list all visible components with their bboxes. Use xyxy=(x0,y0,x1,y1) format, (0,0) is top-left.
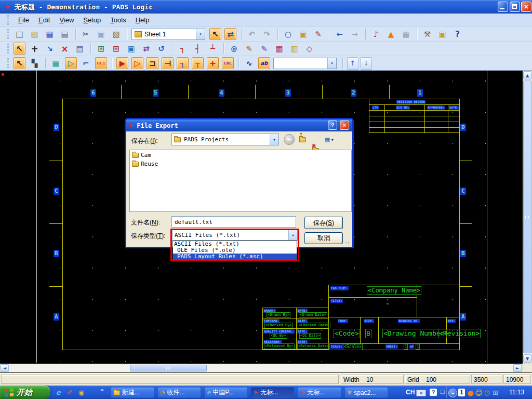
menu-view[interactable]: View xyxy=(55,15,78,25)
menu-tools[interactable]: Tools xyxy=(105,15,130,25)
move-up-button[interactable]: ↑ xyxy=(347,57,358,70)
taskbar-item-browser[interactable]: e中国P... xyxy=(204,387,248,398)
gate-symbol-button[interactable]: ▷ xyxy=(131,57,143,69)
open-file-button[interactable]: ▨ xyxy=(29,28,41,40)
chevron-down-icon[interactable]: ▼ xyxy=(270,134,278,145)
move-button[interactable]: + xyxy=(29,43,41,55)
taskbar-item-spac2[interactable]: ✾spac2... xyxy=(344,387,388,398)
restore-toolbar-icon[interactable]: ❏ xyxy=(440,389,445,395)
menu-setup[interactable]: Setup xyxy=(78,15,105,25)
board-view-button[interactable]: ▣ xyxy=(297,28,309,40)
wire-corner-button[interactable]: ┐ xyxy=(177,57,189,69)
revision-field[interactable]: <Revision> xyxy=(438,329,481,338)
menu-help[interactable]: Help xyxy=(131,15,154,25)
horizontal-scroll-thumb[interactable] xyxy=(130,365,207,371)
drawn-by-field[interactable]: <Drawn By> xyxy=(267,312,290,318)
chevron-down-icon[interactable]: ▼ xyxy=(327,58,336,69)
file-list-item[interactable]: Cam xyxy=(132,152,151,158)
qc-by-field[interactable]: <QC By> xyxy=(270,333,287,339)
help-button[interactable]: ? xyxy=(451,28,463,40)
add-part-tool-button[interactable]: ▦ xyxy=(50,57,62,69)
dialog-close-button[interactable]: × xyxy=(340,121,349,130)
spreadsheet-button[interactable]: ▦ xyxy=(400,28,412,40)
add-bus-button[interactable]: ┤ xyxy=(192,43,204,55)
select-button[interactable]: ↖ xyxy=(14,43,25,55)
checked-date-field[interactable]: <Checked Date> xyxy=(298,323,330,328)
language-indicator[interactable]: CH xyxy=(406,389,415,396)
add-connection-button[interactable]: ┐ xyxy=(177,43,189,55)
quick-launch-icon[interactable]: ✐ xyxy=(65,388,74,397)
start-button[interactable]: 开始 xyxy=(0,385,50,399)
tray-clock-icon[interactable]: ◷ xyxy=(483,389,491,396)
size-field[interactable]: B xyxy=(365,329,371,338)
off-page-symbol-button[interactable]: ▶ xyxy=(116,57,128,69)
released-by-field[interactable]: <Released By> xyxy=(264,343,295,349)
up-one-level-button[interactable]: ↑ xyxy=(297,134,308,145)
release-date-field[interactable]: <Release Date> xyxy=(297,343,330,349)
tee-junction-button[interactable]: ┬ xyxy=(192,57,204,69)
taskbar-item-pads-active[interactable]: ➤无标... xyxy=(251,387,295,398)
network-icon[interactable]: ⊞ xyxy=(491,389,499,396)
redraw-button[interactable]: ✎ xyxy=(312,28,324,40)
error-marker-button[interactable]: ▲ xyxy=(385,28,397,40)
tray-badge[interactable]: 1 xyxy=(458,389,466,396)
taskbar-item-new-folder[interactable]: 新建... xyxy=(111,387,154,398)
selection-filter-button[interactable]: ↖ xyxy=(209,28,221,40)
code-field[interactable]: <Code> xyxy=(334,329,360,338)
dialog-title-bar[interactable]: ➤ File Export xyxy=(126,119,352,131)
chevron-down-icon[interactable]: ▼ xyxy=(196,29,205,39)
previous-sheet-button[interactable]: ← xyxy=(334,28,345,40)
save-file-button[interactable]: ▦ xyxy=(44,28,56,40)
scroll-down-button[interactable]: ▼ xyxy=(523,354,531,363)
swap-gates-button[interactable]: ⇄ xyxy=(140,43,152,55)
hide-icons-button[interactable]: ◄ xyxy=(448,389,457,397)
taskbar-item-inbox[interactable]: ◔收件... xyxy=(157,387,201,398)
quick-launch-icon[interactable]: ◉ xyxy=(77,388,86,397)
net-name-combo[interactable]: ▼ xyxy=(273,58,337,69)
window-manager-button[interactable]: ▣ xyxy=(436,28,448,40)
select-gates-button[interactable]: ↖ xyxy=(14,57,25,69)
split-bus-button[interactable]: ┴ xyxy=(207,43,219,55)
back-button[interactable]: ← xyxy=(284,134,295,145)
help-tray-icon[interactable]: ? xyxy=(430,389,437,396)
connection-mode-button[interactable]: ⇄ xyxy=(224,28,236,40)
paste-button[interactable]: ▧ xyxy=(110,28,122,40)
new-part-button[interactable]: ⊞ xyxy=(95,43,107,55)
ie-quick-launch-icon[interactable]: e xyxy=(54,388,63,397)
drag-move-button[interactable]: ↘ xyxy=(44,43,56,55)
zoom-button[interactable]: ○ xyxy=(282,28,294,40)
add-wire-button[interactable]: ⌐ xyxy=(80,57,92,69)
select-parts-button[interactable]: ▚ xyxy=(29,57,41,69)
add-text-button[interactable]: ab xyxy=(258,57,270,69)
net-names-button[interactable]: ♪ xyxy=(370,28,382,40)
print-button[interactable]: ▤ xyxy=(59,28,71,40)
tray-smiley-icon[interactable]: ☺ xyxy=(475,389,483,396)
net-name-button[interactable]: @ xyxy=(228,43,240,55)
delete-button[interactable]: × xyxy=(59,43,71,55)
scroll-up-button[interactable]: ▲ xyxy=(523,71,531,79)
title-field[interactable] xyxy=(387,303,389,304)
resize-grip[interactable] xyxy=(344,241,351,247)
horizontal-scrollbar[interactable] xyxy=(0,364,523,373)
measure-button[interactable]: ▥ xyxy=(288,43,300,55)
undo-button[interactable]: ↶ xyxy=(246,28,258,40)
pin-left-button[interactable]: ⊐ xyxy=(147,57,158,69)
pin-number-button[interactable]: U1.1 xyxy=(95,57,107,69)
vertical-scroll-thumb[interactable] xyxy=(523,81,531,353)
pin-right-button[interactable]: ⊣ xyxy=(162,57,174,69)
keyboard-icon[interactable]: ▦ xyxy=(416,390,426,396)
company-name-field[interactable]: <Company Name> xyxy=(367,286,421,295)
menu-edit[interactable]: Edit xyxy=(34,15,55,25)
next-sheet-button[interactable]: → xyxy=(349,28,361,40)
net-label-button[interactable]: LBL xyxy=(222,57,234,69)
close-button[interactable]: × xyxy=(521,2,531,12)
file-list-item[interactable]: Reuse xyxy=(132,161,158,167)
copy-button[interactable]: ▣ xyxy=(95,28,107,40)
move-down-button[interactable]: ↓ xyxy=(361,57,372,70)
save-in-combo[interactable]: PADS Projects ▼ xyxy=(171,134,279,145)
dialog-help-button[interactable]: ? xyxy=(328,121,337,130)
taskbar-item-pads[interactable]: ➤无标... xyxy=(298,387,341,398)
text-wizard-button[interactable]: ✎ xyxy=(258,43,270,55)
scroll-right-button[interactable]: ► xyxy=(513,364,522,372)
properties-button[interactable]: ▤ xyxy=(74,43,86,55)
